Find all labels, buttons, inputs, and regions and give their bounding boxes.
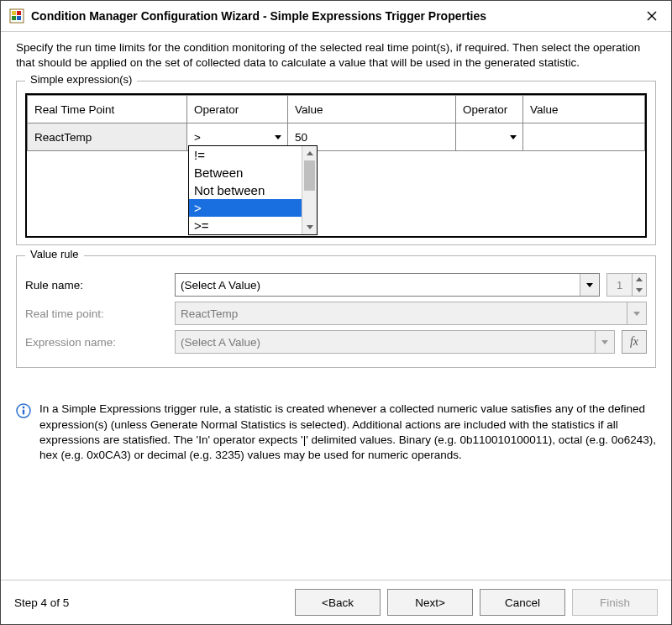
info-icon [16,403,31,463]
fx-button[interactable]: fx [622,330,647,354]
dropdown-scrollbar[interactable] [302,146,317,234]
spinner-down[interactable] [633,285,646,296]
finish-button: Finish [572,589,658,616]
intro-text: Specify the run time limits for the cond… [16,40,656,71]
expressions-table: Real Time Point Operator Value Operator … [27,95,645,151]
next-button[interactable]: Next> [387,589,473,616]
value-rule-legend: Value rule [25,248,84,260]
spinner-up[interactable] [633,274,646,285]
rule-name-label: Rule name: [25,279,168,291]
cell-value-2[interactable] [523,123,645,151]
expression-name-row: Expression name: (Select A Value) fx [25,330,647,354]
table-row[interactable]: ReactTemp > 50 [28,123,645,151]
chevron-down-icon [307,225,313,229]
chevron-down-icon [275,135,281,139]
table-header-row: Real Time Point Operator Value Operator … [28,96,645,123]
expression-name-value: (Select A Value) [181,336,260,349]
operator-option-between[interactable]: Between [189,164,302,181]
footer: Step 4 of 5 <Back Next> Cancel Finish [1,580,671,624]
col-operator-2[interactable]: Operator [456,96,523,123]
chevron-up-icon [636,277,643,281]
svg-rect-9 [23,410,24,415]
operator-2-dropdown-button[interactable] [506,125,521,149]
expression-name-combo: (Select A Value) [175,330,615,354]
scroll-track[interactable] [302,160,317,220]
operator-option-not-between[interactable]: Not between [189,181,302,199]
svg-rect-3 [12,16,16,20]
expression-name-dropdown-button [595,331,614,353]
expressions-group: Simple expression(s) Real Time Point Ope… [16,81,656,245]
window-title: Condition Manager Configuration Wizard -… [31,9,633,23]
chevron-down-icon [586,283,593,287]
rule-name-combo[interactable]: (Select A Value) [175,273,600,297]
rule-count-spinner: 1 [606,273,647,297]
close-icon [647,11,657,21]
operator-option-neq[interactable]: != [189,146,302,164]
scroll-down-button[interactable] [302,220,317,234]
expressions-table-wrap: Real Time Point Operator Value Operator … [25,93,647,238]
body: Specify the run time limits for the cond… [1,32,671,580]
rule-name-dropdown-button[interactable] [580,274,599,296]
chevron-down-icon [601,340,608,344]
rule-name-row: Rule name: (Select A Value) 1 [25,273,647,297]
fx-icon: fx [630,335,638,349]
close-button[interactable] [633,1,671,31]
step-label: Step 4 of 5 [14,596,288,609]
rtp-value: ReactTemp [181,307,238,320]
titlebar: Condition Manager Configuration Wizard -… [1,1,671,32]
cell-real-time-point[interactable]: ReactTemp [28,123,187,151]
operator-1-value: > [194,131,201,144]
chevron-up-icon [307,151,313,155]
real-time-point-row: Real time point: ReactTemp [25,302,647,325]
spinner-value: 1 [607,274,632,296]
expressions-legend: Simple expression(s) [25,73,137,86]
back-button[interactable]: <Back [295,589,381,616]
chevron-down-icon [636,288,643,292]
info-section: In a Simple Expressions trigger rule, a … [16,402,656,463]
cancel-button[interactable]: Cancel [480,589,565,616]
scroll-up-button[interactable] [302,146,317,160]
operator-dropdown[interactable]: != Between Not between > >= [188,145,318,235]
info-text: In a Simple Expressions trigger rule, a … [39,402,656,463]
svg-rect-2 [17,11,21,15]
svg-point-8 [23,407,25,409]
dropdown-viewport: != Between Not between > >= [189,146,317,234]
operator-option-gt[interactable]: > [189,199,302,217]
col-value-2[interactable]: Value [523,96,645,123]
expression-name-label: Expression name: [25,336,168,349]
col-value-1[interactable]: Value [288,96,456,123]
svg-rect-4 [17,16,21,20]
wizard-window: Condition Manager Configuration Wizard -… [0,0,672,625]
chevron-down-icon [510,135,517,139]
value-rule-group: Value rule Rule name: (Select A Value) 1… [16,255,656,368]
rtp-dropdown-button [627,302,646,324]
chevron-down-icon [633,312,640,316]
cell-operator-2[interactable] [456,123,523,151]
scroll-thumb[interactable] [304,160,315,191]
app-icon [9,8,24,24]
svg-rect-1 [12,11,16,15]
operator-option-gte[interactable]: >= [189,217,302,234]
rule-name-value: (Select A Value) [181,279,260,291]
col-real-time-point[interactable]: Real Time Point [28,96,187,123]
col-operator-1[interactable]: Operator [187,96,288,123]
rtp-combo: ReactTemp [175,302,647,325]
rtp-label: Real time point: [25,307,168,320]
